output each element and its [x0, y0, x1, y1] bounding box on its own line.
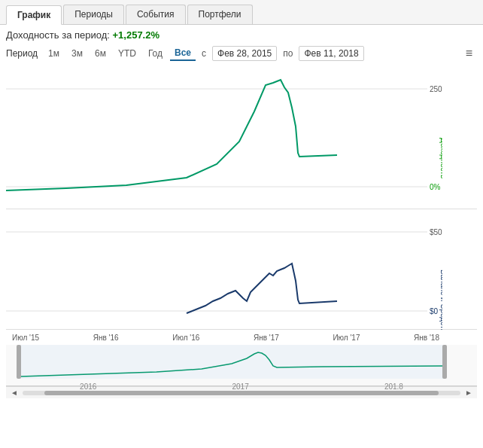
menu-icon[interactable]: ≡: [461, 45, 477, 62]
scrollbar-track[interactable]: [23, 391, 460, 395]
svg-text:Баланс и Средства: Баланс и Средства: [439, 270, 442, 330]
mini-chart: 2016 2017 201.8: [6, 345, 477, 386]
svg-text:Доходность: Доходность: [439, 138, 442, 178]
mini-chart-svg: [6, 345, 457, 379]
main-content: Доходность за период: +1,257.2% Период 1…: [0, 25, 483, 403]
svg-rect-12: [17, 345, 21, 379]
tab-periods[interactable]: Периоды: [63, 5, 124, 24]
period-btn-3m[interactable]: 3м: [67, 47, 87, 60]
svg-text:$500: $500: [430, 228, 442, 236]
period-btn-all[interactable]: Все: [170, 46, 196, 61]
mini-label-2016: 2016: [80, 382, 96, 391]
period-controls: Период 1м 3м 6м YTD Год Все с Фев 28, 20…: [6, 45, 477, 62]
period-btn-1m[interactable]: 1м: [44, 47, 64, 60]
charts-area: 2500% 0% Доходность $500 $0: [6, 66, 477, 398]
balance-chart: $500 $0 Баланс и Средства: [6, 209, 477, 330]
from-separator: с: [202, 48, 206, 59]
svg-text:$0: $0: [430, 307, 439, 315]
x-axis-labels: Июл '15 Янв '16 Июл '16 Янв '17 Июл '17 …: [6, 330, 477, 345]
x-label-2: Июл '16: [172, 334, 199, 342]
svg-text:2500%: 2500%: [430, 85, 442, 93]
mini-label-2017: 2017: [232, 382, 248, 391]
period-btn-6m[interactable]: 6м: [90, 47, 111, 60]
svg-rect-13: [442, 345, 447, 379]
x-label-5: Янв '18: [414, 334, 439, 342]
tab-portfolios[interactable]: Портфели: [187, 5, 253, 24]
tab-graph[interactable]: График: [6, 5, 62, 25]
period-btn-year[interactable]: Год: [144, 47, 167, 60]
x-label-1: Янв '16: [93, 334, 119, 342]
mini-label-2018: 201.8: [384, 382, 403, 391]
to-separator: по: [283, 48, 293, 59]
svg-rect-11: [20, 345, 444, 379]
yield-chart-svg: 2500% 0% Доходность: [6, 66, 442, 209]
yield-chart: 2500% 0% Доходность: [6, 66, 477, 209]
from-date[interactable]: Фев 28, 2015: [212, 46, 277, 61]
scrollbar-thumb[interactable]: [44, 391, 439, 395]
x-label-0: Июл '15: [12, 334, 39, 342]
yield-label: Доходность за период: +1,257.2%: [6, 29, 477, 41]
balance-chart-svg: $500 $0 Баланс и Средства: [6, 209, 442, 330]
to-date[interactable]: Фев 11, 2018: [299, 46, 363, 61]
svg-text:0%: 0%: [430, 183, 441, 191]
x-label-4: Июл '17: [333, 334, 360, 342]
period-label: Период: [6, 48, 38, 59]
tab-bar: График Периоды События Портфели: [0, 0, 483, 25]
x-label-3: Янв '17: [254, 334, 279, 342]
yield-label-text: Доходность за период:: [6, 29, 110, 41]
yield-value: +1,257.2%: [113, 29, 160, 41]
tab-events[interactable]: События: [126, 5, 186, 24]
period-btn-ytd[interactable]: YTD: [114, 47, 141, 60]
